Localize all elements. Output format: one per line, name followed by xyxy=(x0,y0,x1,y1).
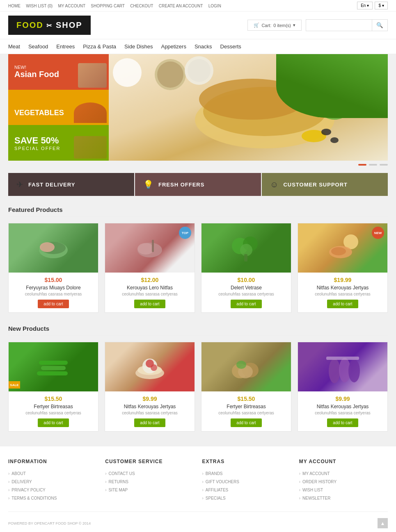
nav-item-seafood[interactable]: Seafood xyxy=(28,43,48,50)
nav-item-meat[interactable]: Meat xyxy=(8,43,20,50)
top-nav-wishlist[interactable]: WISH LIST (0) xyxy=(26,4,53,8)
cart-label: Cart: xyxy=(261,23,271,28)
logo-shop-text: SHOP xyxy=(56,20,82,30)
footer-returns-link[interactable]: RETURNS xyxy=(105,480,128,484)
footer-terms-link[interactable]: TERMS & CONDITIONS xyxy=(8,496,57,500)
nav-item-desserts[interactable]: Desserts xyxy=(220,43,241,50)
footer-myaccount-link[interactable]: MY ACCOUNT xyxy=(299,471,330,476)
featured-products-grid: $15.00 Feryuyras Miuays Dolore ceolunuhf… xyxy=(8,223,388,313)
new-product-desc-3: ceolunuhfas sasrasa certyeras xyxy=(206,411,287,415)
add-to-cart-button-3[interactable]: add to cart xyxy=(231,300,261,308)
scroll-to-top-button[interactable]: ▲ xyxy=(378,518,388,528)
hero-panel-asian[interactable]: NEW! Asian Food xyxy=(8,54,109,90)
top-nav-cart[interactable]: SHOPPING CART xyxy=(91,4,125,8)
featured-product-2: TOP $12.00 Kerouyas Lero Nitfas ceolunuh… xyxy=(105,223,195,313)
cart-button[interactable]: 🛒 Cart: 0 item(s) ▾ xyxy=(247,20,302,31)
top-nav-home[interactable]: HOME xyxy=(8,4,21,8)
top-nav-login[interactable]: LOGIN xyxy=(208,4,221,8)
svg-rect-27 xyxy=(37,371,68,375)
add-to-cart-new-3[interactable]: add to cart xyxy=(231,418,261,427)
add-to-cart-new-4[interactable]: add to cart xyxy=(327,418,358,427)
seafood-svg xyxy=(322,232,363,264)
fast-delivery-label: FAST DELIVERY xyxy=(28,182,75,188)
footer-affiliates-link[interactable]: AFFILIATES xyxy=(202,488,229,492)
new-product-3: $15.50 Fertyer Birtreasas ceolunuhfas sa… xyxy=(201,342,291,432)
product-desc-4: ceolunuhfas sasrasa certyeras xyxy=(302,292,383,296)
cake-svg xyxy=(129,350,170,383)
footer-privacy-link[interactable]: PRIVACY POLICY xyxy=(8,488,46,492)
footer-brands-link[interactable]: BRANDS xyxy=(202,471,223,476)
footer-orderhistory-link[interactable]: ORDER HISTORY xyxy=(299,480,336,484)
top-nav-account[interactable]: MY ACCOUNT xyxy=(58,4,86,8)
add-to-cart-button-1[interactable]: add to cart xyxy=(38,300,69,308)
product-desc-2: ceolunuhfas sasrasa certyeras xyxy=(109,292,190,296)
feature-fresh-offers[interactable]: 💡 FRESH OFFERS xyxy=(135,173,261,196)
product-name-4: Nitfas Kerouyas Jertyas xyxy=(302,285,383,291)
footer-col-extras: EXTRAS BRANDS GIFT VOUCHERS AFFILIATES S… xyxy=(202,459,291,503)
top-bar: HOME WISH LIST (0) MY ACCOUNT SHOPPING C… xyxy=(0,0,396,11)
chevron-down-icon: ▾ xyxy=(367,3,369,8)
nav-item-snacks[interactable]: Snacks xyxy=(195,43,212,50)
search-button[interactable]: 🔍 xyxy=(372,20,387,31)
scissors-icon: ✂ xyxy=(46,22,53,29)
product-price-3: $10.00 xyxy=(206,277,287,283)
footer-specials-link[interactable]: SPECIALS xyxy=(202,496,226,500)
new-product-desc-4: ceolunuhfas sasrasa certyeras xyxy=(302,411,383,415)
feature-customer-support[interactable]: ☺ CUSTOMER SUPPORT xyxy=(262,173,388,196)
product-name-1: Feryuyras Miuays Dolore xyxy=(13,285,94,291)
footer-about-link[interactable]: ABOUT xyxy=(8,471,26,476)
featured-product-3: $10.00 Delert Vetrase ceolunuhfas sasras… xyxy=(201,223,291,313)
slider-dot-3[interactable] xyxy=(380,164,388,166)
footer-contact-link[interactable]: CONTACT US xyxy=(105,471,135,476)
search-input[interactable] xyxy=(306,20,372,30)
add-to-cart-button-4[interactable]: add to cart xyxy=(327,300,358,308)
product-badge-new: NEW xyxy=(372,227,384,239)
nav-item-sides[interactable]: Side Dishes xyxy=(124,43,153,50)
product-info-2: $12.00 Kerouyas Lero Nitfas ceolunuhfas … xyxy=(105,273,195,312)
nav-item-appetizers[interactable]: Appetizers xyxy=(161,43,186,50)
top-nav-create[interactable]: CREATE AN ACCOUNT xyxy=(159,4,203,8)
footer-vouchers-link[interactable]: GIFT VOUCHERS xyxy=(202,480,239,484)
svg-rect-25 xyxy=(39,361,68,365)
new-product-4: $9.99 Nitfas Kerouyas Jertyas ceolunuhfa… xyxy=(298,342,388,432)
svg-point-3 xyxy=(188,59,211,82)
new-product-desc-2: ceolunuhfas sasrasa certyeras xyxy=(109,411,190,415)
featured-product-4: NEW $19.99 Nitfas Kerouyas Jertyas ceolu… xyxy=(298,223,388,313)
feature-bars: ✈ FAST DELIVERY 💡 FRESH OFFERS ☺ CUSTOME… xyxy=(8,173,388,196)
hero-main-image xyxy=(109,54,388,161)
hero-left-panels: NEW! Asian Food FRESH VEGETABLES SAVE 50… xyxy=(8,54,109,161)
slider-dot-2[interactable] xyxy=(369,164,377,166)
footer-newsletter-link[interactable]: NEWSLETTER xyxy=(299,496,331,500)
featured-products-title: Featured Products xyxy=(8,206,388,217)
feature-fast-delivery[interactable]: ✈ FAST DELIVERY xyxy=(8,173,134,196)
top-nav-checkout[interactable]: CHECKOUT xyxy=(130,4,153,8)
footer-delivery-link[interactable]: DELIVERY xyxy=(8,480,32,484)
hero-panel-vegetables[interactable]: FRESH VEGETABLES xyxy=(8,90,109,125)
hero-food-decoration-2 xyxy=(74,102,107,123)
nav-item-pizza[interactable]: Pizza & Pasta xyxy=(83,43,116,50)
footer-col-information: INFORMATION ABOUT DELIVERY PRIVACY POLIC… xyxy=(8,459,97,503)
footer-sitemap-link[interactable]: SITE MAP xyxy=(105,488,128,492)
footer-col-extras-title: EXTRAS xyxy=(202,459,291,464)
currency-button[interactable]: $ ▾ xyxy=(375,2,388,9)
nav-item-entrees[interactable]: Entrees xyxy=(56,43,75,50)
language-button[interactable]: En ▾ xyxy=(357,2,373,9)
main-navigation: Meat Seafood Entrees Pizza & Pasta Side … xyxy=(0,39,396,54)
footer-wishlist-link[interactable]: WISH LIST xyxy=(299,488,323,492)
new-product-price-3: $15.50 xyxy=(206,396,287,402)
new-product-name-1: Fertyer Birtreasas xyxy=(13,404,94,409)
slider-dot-1[interactable] xyxy=(358,164,366,166)
meat-svg xyxy=(129,232,170,264)
logo[interactable]: FOOD ✂ SHOP xyxy=(8,16,91,35)
add-to-cart-new-2[interactable]: add to cart xyxy=(134,418,165,427)
svg-rect-26 xyxy=(41,366,66,370)
add-to-cart-new-1[interactable]: add to cart xyxy=(38,418,69,427)
new-product-info-2: $9.99 Nitfas Kerouyas Jertyas ceolunuhfa… xyxy=(105,391,195,431)
hero-panel-offer[interactable]: SAVE 50% SPECIAL OFFER xyxy=(8,125,109,161)
hero-text-1: NEW! Asian Food xyxy=(14,65,59,79)
svg-point-10 xyxy=(321,129,331,135)
hero-salad-accent xyxy=(276,54,388,118)
product-price-2: $12.00 xyxy=(109,277,190,283)
svg-point-36 xyxy=(236,361,246,369)
add-to-cart-button-2[interactable]: add to cart xyxy=(134,300,165,308)
